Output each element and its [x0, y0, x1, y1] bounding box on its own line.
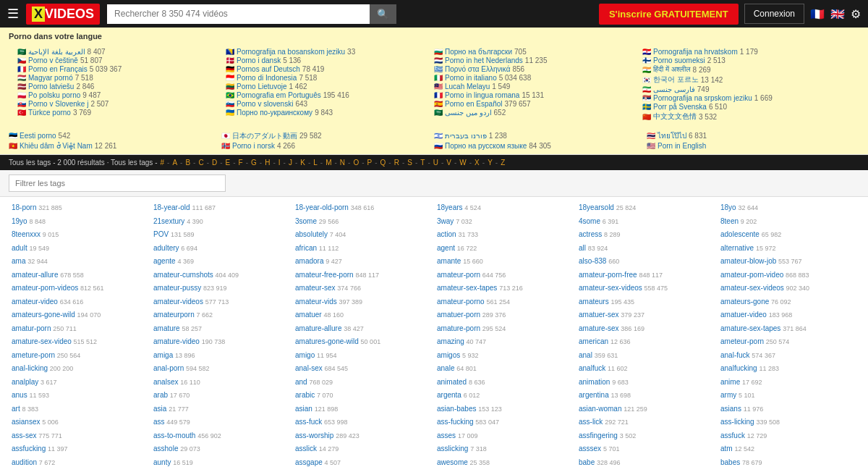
tag-link[interactable]: ass [153, 418, 165, 426]
tag-letter-f[interactable]: F [239, 159, 243, 167]
tag-link[interactable]: amature-allure [295, 324, 341, 332]
tag-link[interactable]: amatuer-video [720, 311, 767, 319]
list-item[interactable]: 🇳🇱 Porno in het Nederlands 11 235 [434, 56, 642, 64]
tag-link[interactable]: 19yo [12, 217, 27, 225]
tag-link[interactable]: analplay [12, 378, 38, 386]
signup-button[interactable]: S'inscrire GRATUITEMENT [599, 4, 739, 25]
tag-link[interactable]: amateurporn [153, 311, 195, 319]
list-item[interactable]: 🇬🇷 Πορνό στα Ελληνικά 856 [434, 65, 642, 73]
tag-letter-a[interactable]: A [172, 159, 177, 167]
tag-letter-b[interactable]: B [185, 159, 190, 167]
tag-link[interactable]: amateur-pussy [153, 284, 201, 292]
tag-link[interactable]: amateurs [579, 298, 609, 306]
list-item[interactable]: 🇮🇹 Porno in italiano 5 034 638 [434, 74, 642, 82]
list-item[interactable]: 🇱🇹 Porno Lietuvoje 1 462 [226, 83, 434, 91]
tag-link[interactable]: anal-sex [295, 364, 323, 372]
tag-link[interactable]: POV [153, 230, 169, 238]
list-item[interactable]: 🇨🇿 Porno v češtině 51 807 [17, 56, 226, 64]
tag-link[interactable]: asiansex [12, 418, 40, 426]
tag-link[interactable]: ass-licking [720, 418, 754, 426]
tag-link[interactable]: art [12, 405, 20, 413]
tag-link[interactable]: assfucking [12, 445, 46, 453]
tag-link[interactable]: asses [437, 432, 456, 439]
tag-letter-d[interactable]: D [212, 159, 217, 167]
tag-link[interactable]: ass-sex [12, 432, 36, 439]
tag-link[interactable]: ass-fuck [295, 418, 322, 426]
tag-link[interactable]: anus [12, 391, 27, 399]
tag-link[interactable]: arab [153, 391, 168, 399]
tag-link[interactable]: anale [437, 364, 454, 372]
tag-letter-u[interactable]: U [433, 159, 438, 167]
tag-link[interactable]: amatuer [295, 311, 322, 319]
tag-letter-g[interactable]: G [251, 159, 257, 167]
tag-link[interactable]: asslick [295, 445, 317, 453]
tag-link[interactable]: amateurs-gone [720, 298, 769, 306]
tag-link[interactable]: ameture-porn [12, 351, 55, 359]
list-item[interactable]: 🇹🇷 Türkce porno 3 769 [17, 109, 226, 117]
tag-link[interactable]: argenta [437, 391, 461, 399]
tag-link[interactable]: atm [720, 445, 733, 453]
tag-link[interactable]: anal [579, 351, 592, 359]
login-button[interactable]: Connexion [744, 4, 804, 24]
tag-link[interactable]: assgape [295, 458, 323, 466]
tag-link[interactable]: army [720, 391, 736, 399]
list-item[interactable]: 🇮🇩 Porno di Indonesia 7 518 [226, 74, 434, 82]
tag-link[interactable]: amatur-porn [12, 324, 51, 332]
list-item[interactable]: 🇸🇦 اردو میں جنسی 652 [434, 109, 642, 117]
list-item[interactable]: 🇸🇰 Porno v Slovenke j 2 507 [17, 100, 226, 108]
tag-letter-y[interactable]: Y [488, 159, 493, 167]
tag-link[interactable]: 18yo [720, 203, 736, 211]
tag-link[interactable]: 18-year-old [153, 203, 190, 211]
tag-link[interactable]: 8teen [720, 217, 739, 225]
filter-tags-input[interactable] [9, 174, 226, 192]
tag-link[interactable]: analfuck [579, 364, 605, 372]
tag-link[interactable]: asssex [579, 445, 601, 453]
tag-link[interactable]: amature-video [153, 337, 200, 345]
list-item[interactable]: 🇨🇳 中文文文色情 3 532 [642, 112, 851, 122]
flag-uk-icon[interactable]: 🇬🇧 [830, 7, 845, 21]
list-item[interactable]: 🇭🇷 Pornografija na hrvatskom 1 179 [642, 48, 851, 56]
tag-link[interactable]: amateur-porno [437, 298, 485, 306]
tag-link[interactable]: amatuer-porn [437, 311, 480, 319]
tag-letter-i[interactable]: I [278, 159, 281, 167]
tag-link[interactable]: amature-sex-video [12, 337, 72, 345]
list-item[interactable]: 🇻🇳 Khiêu dâm ở Việt Nam 12 261 [9, 142, 221, 150]
tag-link[interactable]: amateur-sex-tapes [437, 284, 497, 292]
tag-link[interactable]: ass-worship [295, 432, 333, 439]
tag-letter-t[interactable]: T [420, 159, 425, 167]
tag-link[interactable]: ameteur-porn [720, 337, 764, 345]
list-item[interactable]: 🇩🇪 Pornos auf Deutsch 78 419 [226, 65, 434, 73]
tag-link[interactable]: anal-porn [153, 364, 184, 372]
tag-link[interactable]: amateur-allure [12, 271, 58, 279]
tag-link[interactable]: adultery [153, 244, 179, 252]
settings-icon[interactable]: ⚙ [851, 7, 861, 21]
tag-link[interactable]: 8teenxxx [12, 230, 41, 238]
tag-link[interactable]: 21sextury [153, 217, 184, 225]
list-item[interactable]: 🇩🇰 Porno i dansk 5 136 [226, 56, 434, 64]
tag-link[interactable]: amateur-sex [295, 284, 336, 292]
tag-link[interactable]: ass-fucking [437, 418, 474, 426]
tag-letter-j[interactable]: J [289, 159, 292, 167]
tag-letter-m[interactable]: M [326, 159, 331, 167]
tag-link[interactable]: amante [437, 257, 461, 265]
list-item[interactable]: 🇸🇦 العربية بلغة الإباحية 8 407 [17, 48, 226, 56]
list-item[interactable]: 🇫🇷 Porno en Français 5 039 367 [17, 65, 226, 73]
tag-link[interactable]: 18years [437, 203, 463, 211]
list-item[interactable]: 🇵🇱 Po polsku porno 9 487 [17, 91, 226, 99]
search-input[interactable] [107, 4, 370, 24]
list-item[interactable]: 🇺🇦 Порно по-украинскому 9 843 [226, 109, 434, 117]
tag-link[interactable]: adult [12, 244, 27, 252]
tag-link[interactable]: animated [437, 378, 467, 386]
tag-link[interactable]: amateur-porn [437, 271, 480, 279]
list-item[interactable]: 🇫🇮 Porno suomeksi 2 513 [642, 56, 851, 64]
tag-link[interactable]: absolutely [295, 230, 328, 238]
tag-link[interactable]: 3way [437, 217, 454, 225]
list-item[interactable]: 🇸🇮 Porno v slovenski 643 [226, 100, 434, 108]
tag-link[interactable]: asslicking [437, 445, 468, 453]
tag-link[interactable]: 18yearsold [579, 203, 614, 211]
tag-link[interactable]: arabic [295, 391, 315, 399]
list-item[interactable]: 🇮🇱 פורנו בעברית 1 238 [434, 130, 647, 141]
list-item[interactable]: 🇭🇺 Magyar pornó 7 518 [17, 74, 226, 82]
tag-link[interactable]: amigo [295, 351, 315, 359]
list-item[interactable]: 🇱🇻 Porno latviešu 2 846 [17, 83, 226, 91]
